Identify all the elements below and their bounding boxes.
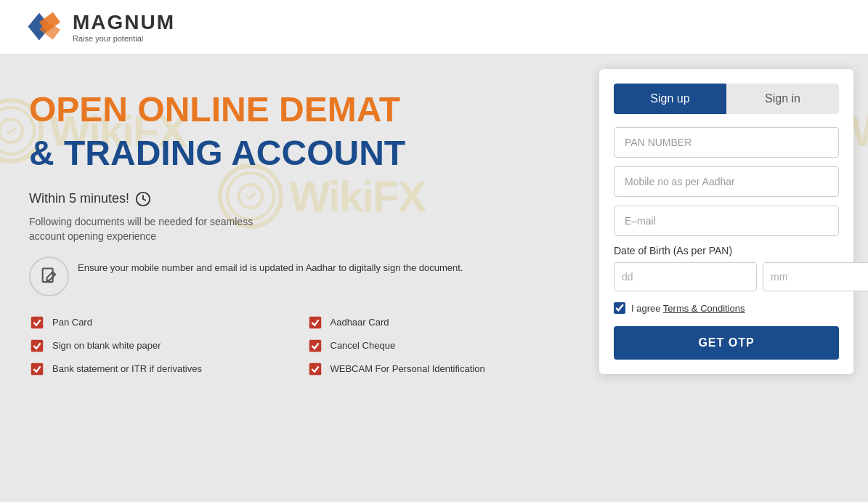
doc-item: Cancel Cheque <box>307 338 556 354</box>
doc-label: WEBCAM For Personal Identification <box>330 363 485 374</box>
header: MAGNUM Raise your potential <box>0 0 868 54</box>
logo-icon <box>22 9 65 45</box>
dob-label: Date of Birth (As per PAN) <box>614 245 839 256</box>
doc-item: Bank statement or ITR if derivatives <box>29 361 278 377</box>
pan-input[interactable] <box>614 127 839 158</box>
following-text-2: account opening experience <box>29 230 556 242</box>
doc-label: Bank statement or ITR if derivatives <box>52 363 202 374</box>
svg-rect-11 <box>309 340 321 352</box>
doc-item: Pan Card <box>29 315 278 331</box>
email-input[interactable] <box>614 206 839 236</box>
dob-row <box>614 262 839 291</box>
doc-label: Sign on blank white paper <box>52 340 161 351</box>
left-section: OPEN ONLINE DEMAT & TRADING ACCOUNT With… <box>0 54 585 502</box>
checkbox-row: I agree Terms & Conditions <box>614 301 839 315</box>
within-line: Within 5 minutes! <box>29 191 556 207</box>
agree-label: I agree Terms & Conditions <box>631 301 745 315</box>
check-icon-4 <box>307 338 323 354</box>
get-otp-button[interactable]: GET OTP <box>614 326 839 360</box>
tab-signin[interactable]: Sign in <box>726 84 839 114</box>
logo-name: MAGNUM <box>73 11 175 34</box>
check-icon-1 <box>29 315 45 331</box>
svg-rect-8 <box>31 317 44 329</box>
doc-item: Aadhaar Card <box>307 315 556 331</box>
doc-label: Cancel Cheque <box>330 340 396 351</box>
clock-icon <box>135 191 151 207</box>
doc-label: Aadhaar Card <box>330 317 389 328</box>
logo: MAGNUM Raise your potential <box>22 9 175 45</box>
check-icon-5 <box>29 361 45 377</box>
doc-item: Sign on blank white paper <box>29 338 278 354</box>
dob-dd-input[interactable] <box>614 262 757 291</box>
dob-mm-input[interactable] <box>763 262 868 291</box>
ensure-box: Ensure your mobile number and email id i… <box>29 256 556 296</box>
tab-signup[interactable]: Sign up <box>614 84 726 114</box>
right-section: Sign up Sign in Date of Birth (As per PA… <box>585 54 868 502</box>
check-icon-2 <box>307 315 323 331</box>
main-title-line2: & TRADING ACCOUNT <box>29 133 556 173</box>
svg-rect-12 <box>31 363 44 376</box>
ensure-icon-wrap <box>29 256 69 296</box>
svg-rect-13 <box>309 363 321 376</box>
form-card: Sign up Sign in Date of Birth (As per PA… <box>599 69 853 374</box>
tab-row: Sign up Sign in <box>614 84 839 114</box>
check-icon-3 <box>29 338 45 354</box>
within-label: Within 5 minutes! <box>29 191 129 206</box>
svg-rect-10 <box>31 340 44 352</box>
main-content: WikiFX WikiFX Wi OPEN ONLINE DEMAT & T <box>0 54 868 502</box>
mobile-input[interactable] <box>614 166 839 197</box>
doc-label: Pan Card <box>52 317 92 328</box>
edit-icon <box>39 266 60 286</box>
ensure-text: Ensure your mobile number and email id i… <box>78 256 463 275</box>
agree-checkbox[interactable] <box>614 302 625 314</box>
check-icon-6 <box>307 361 323 377</box>
logo-text: MAGNUM Raise your potential <box>73 11 175 43</box>
doc-item: WEBCAM For Personal Identification <box>307 361 556 377</box>
terms-link[interactable]: Terms & Conditions <box>663 303 745 314</box>
following-text-1: Following documents will be needed for s… <box>29 216 556 227</box>
main-title-line1: OPEN ONLINE DEMAT <box>29 91 556 129</box>
docs-grid: Pan Card Aadhaar Card Sign on blank whit… <box>29 315 556 377</box>
svg-rect-9 <box>309 317 321 329</box>
logo-tagline: Raise your potential <box>73 34 175 43</box>
